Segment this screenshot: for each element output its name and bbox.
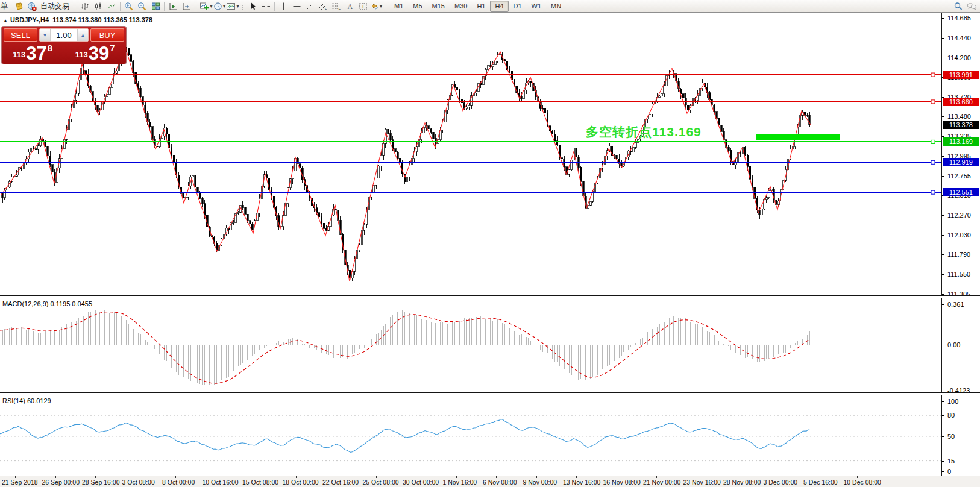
- toolbar: 单 自动交易 ▾ ▾ ▾: [0, 0, 980, 13]
- timeframe-group: M1M5M15M30H1H4D1W1MN: [389, 1, 566, 12]
- price-tick-mark: [942, 58, 944, 58]
- toolbar-separator: [274, 2, 275, 11]
- timeframe-button-d1[interactable]: D1: [509, 1, 527, 12]
- price-tick-mark: [942, 116, 944, 117]
- date-label: 28 Nov 08:00: [723, 479, 761, 486]
- date-label: 3 Oct 08:00: [122, 479, 155, 486]
- text-label-tool-button[interactable]: T: [356, 1, 369, 11]
- date-tick-mark: [175, 476, 176, 478]
- one-click-trading-panel: SELL ▼ ▲ BUY 113378 113397: [2, 27, 126, 64]
- autotrading-label[interactable]: 自动交易: [40, 1, 69, 11]
- auto-scroll-button[interactable]: [166, 1, 180, 11]
- chat-icon: [967, 2, 977, 11]
- toolbar-grip[interactable]: [74, 2, 77, 10]
- price-axis[interactable]: 114.685114.440114.200113.960113.720113.4…: [941, 13, 980, 476]
- autotrading-icon: [27, 2, 37, 11]
- chevron-down-icon: ▾: [210, 4, 212, 9]
- svg-text:F: F: [339, 7, 341, 11]
- chat-button[interactable]: [965, 1, 978, 11]
- timeframe-button-h4[interactable]: H4: [490, 1, 508, 12]
- trendline-tool-button[interactable]: [303, 1, 316, 11]
- timeframe-button-h1[interactable]: H1: [472, 1, 490, 12]
- zigzag-line[interactable]: [1, 47, 811, 281]
- bid-pip: 8: [48, 43, 52, 52]
- turning-point-highlight-bar[interactable]: [756, 134, 840, 140]
- price-chart-panel[interactable]: ▲USDJPY-,H4 113.374 113.380 113.365 113.…: [0, 13, 941, 295]
- bar-chart-button[interactable]: [78, 1, 92, 11]
- timeframe-button-w1[interactable]: W1: [527, 1, 547, 12]
- price-tick-label: 111.790: [947, 251, 970, 258]
- ask-price[interactable]: 113397: [64, 42, 127, 62]
- autotrading-button[interactable]: [25, 1, 39, 11]
- sell-button[interactable]: SELL: [4, 28, 37, 42]
- indicators-menu-button[interactable]: ▾: [199, 1, 213, 11]
- macd-tick-mark: [942, 345, 944, 345]
- zoom-out-button[interactable]: [136, 1, 149, 11]
- horizontal-line-tool-button[interactable]: [290, 1, 303, 11]
- trendline-icon: [306, 2, 315, 11]
- price-tick-mark: [942, 215, 944, 216]
- timeframe-button-m30[interactable]: M30: [450, 1, 472, 12]
- date-label: 6 Nov 08:00: [483, 479, 517, 486]
- hline-handle-113.660[interactable]: [931, 100, 935, 104]
- hline-handle-113.991[interactable]: [931, 73, 935, 77]
- tile-windows-icon: [151, 2, 160, 11]
- macd-canvas[interactable]: [0, 298, 941, 392]
- date-tick-mark: [456, 476, 457, 478]
- timeframe-button-m1[interactable]: M1: [389, 1, 408, 12]
- date-label: 9 Nov 00:00: [523, 479, 558, 486]
- date-tick-mark: [95, 476, 96, 478]
- panel-divider[interactable]: [0, 392, 980, 395]
- timeframe-button-m5[interactable]: M5: [408, 1, 427, 12]
- arrows-menu-button[interactable]: ▾: [369, 1, 383, 11]
- candlestick-chart-icon: [94, 2, 103, 11]
- toolbar-grip[interactable]: [385, 2, 388, 10]
- templates-menu-button[interactable]: ▾: [226, 1, 239, 11]
- chart-title-text: USDJPY-,H4 113.374 113.380 113.365 113.3…: [10, 16, 152, 24]
- panel-divider[interactable]: [0, 295, 980, 298]
- toolbar-grip[interactable]: [195, 2, 198, 10]
- rsi-label: RSI(14) 60.0129: [2, 397, 51, 404]
- candlestick-chart-button[interactable]: [92, 1, 105, 11]
- new-order-button[interactable]: 单: [1, 1, 8, 11]
- rsi-canvas[interactable]: [0, 395, 941, 476]
- price-tick-label: 114.440: [947, 34, 971, 42]
- rsi-panel[interactable]: RSI(14) 60.0129: [0, 395, 941, 476]
- channel-tool-button[interactable]: E: [316, 1, 330, 11]
- date-tick-mark: [416, 476, 416, 478]
- svg-text:A: A: [347, 2, 353, 11]
- candlestick-series: [2, 45, 811, 282]
- ask-pip: 7: [110, 43, 115, 52]
- chart-shift-button[interactable]: [180, 1, 193, 11]
- tile-windows-button[interactable]: [149, 1, 162, 11]
- cursor-tool-button[interactable]: [246, 1, 259, 11]
- hline-handle-113.169[interactable]: [931, 140, 935, 143]
- timeframe-button-m15[interactable]: M15: [427, 1, 450, 12]
- price-level-chip-112.551: 112.551: [943, 188, 979, 196]
- crosshair-tool-button[interactable]: [259, 1, 272, 11]
- zoom-in-button[interactable]: [122, 1, 136, 11]
- volume-input[interactable]: [51, 29, 77, 41]
- hline-handle-112.919[interactable]: [931, 160, 935, 164]
- one-click-panel-toggle[interactable]: ▲: [3, 18, 8, 24]
- volume-increase-button[interactable]: ▲: [77, 29, 88, 41]
- buy-button[interactable]: BUY: [90, 28, 124, 42]
- periods-menu-button[interactable]: ▾: [213, 1, 226, 11]
- search-button[interactable]: [952, 1, 965, 11]
- date-label: 28 Sep 16:00: [82, 479, 119, 486]
- date-axis[interactable]: 21 Sep 201826 Sep 00:0028 Sep 16:003 Oct…: [0, 476, 980, 487]
- text-tool-button[interactable]: A: [343, 1, 356, 11]
- fibonacci-tool-button[interactable]: F: [330, 1, 343, 11]
- history-icon[interactable]: [12, 1, 25, 11]
- vertical-line-tool-button[interactable]: [277, 1, 290, 11]
- date-tick-mark: [536, 476, 537, 478]
- template-icon: [226, 2, 236, 11]
- toolbar-grip[interactable]: [241, 2, 244, 10]
- macd-panel[interactable]: MACD(12,26,9) 0.1195 0.0455: [0, 298, 941, 392]
- hline-handle-112.551[interactable]: [931, 190, 935, 194]
- bid-price[interactable]: 113378: [2, 42, 64, 62]
- price-chart-canvas[interactable]: [0, 13, 941, 295]
- line-chart-button[interactable]: [105, 1, 118, 11]
- timeframe-button-mn[interactable]: MN: [546, 1, 566, 12]
- volume-decrease-button[interactable]: ▼: [40, 29, 51, 41]
